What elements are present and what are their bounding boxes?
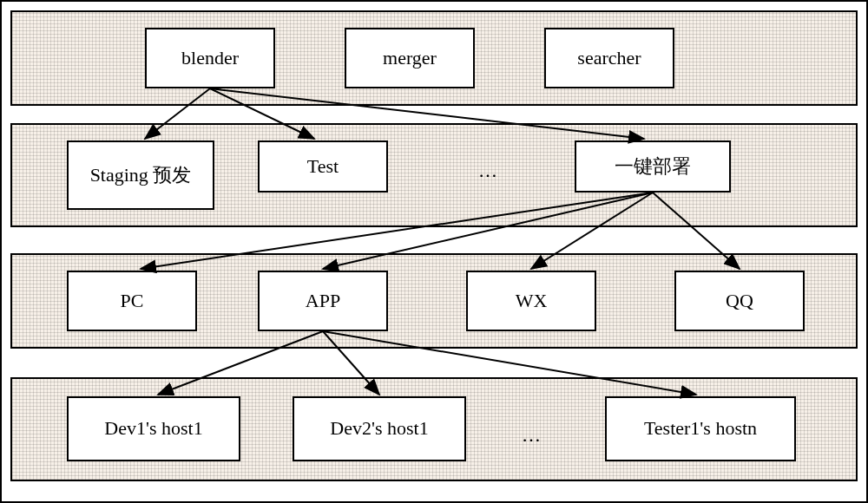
label-dev2: Dev2's host1 bbox=[330, 418, 428, 439]
label-tester: Tester1's hostn bbox=[644, 418, 757, 439]
label-qq: QQ bbox=[726, 291, 753, 311]
node-test: Test bbox=[258, 140, 388, 193]
label-wx: WX bbox=[516, 291, 548, 311]
label-dev1: Dev1's host1 bbox=[104, 418, 202, 439]
ellipsis-row4: … bbox=[514, 422, 549, 448]
node-wx: WX bbox=[466, 271, 596, 331]
node-merger: merger bbox=[345, 28, 475, 88]
label-merger: merger bbox=[383, 48, 437, 69]
label-pc: PC bbox=[121, 291, 144, 311]
node-deploy: 一键部署 bbox=[575, 140, 731, 193]
label-app: APP bbox=[306, 291, 340, 311]
label-staging: Staging 预发 bbox=[90, 165, 192, 186]
node-staging: Staging 预发 bbox=[67, 140, 214, 210]
node-pc: PC bbox=[67, 271, 197, 331]
node-qq: QQ bbox=[674, 271, 805, 331]
node-tester: Tester1's hostn bbox=[605, 396, 796, 461]
node-searcher: searcher bbox=[544, 28, 674, 88]
label-test: Test bbox=[307, 156, 339, 177]
node-blender: blender bbox=[145, 28, 275, 88]
label-blender: blender bbox=[181, 48, 239, 69]
node-dev2: Dev2's host1 bbox=[293, 396, 466, 461]
label-searcher: searcher bbox=[577, 48, 641, 69]
ellipsis-row2: … bbox=[470, 158, 505, 184]
label-deploy: 一键部署 bbox=[615, 156, 691, 177]
node-dev1: Dev1's host1 bbox=[67, 396, 240, 461]
diagram-canvas: blender merger searcher Staging 预发 Test … bbox=[0, 0, 868, 503]
node-app: APP bbox=[258, 271, 388, 331]
